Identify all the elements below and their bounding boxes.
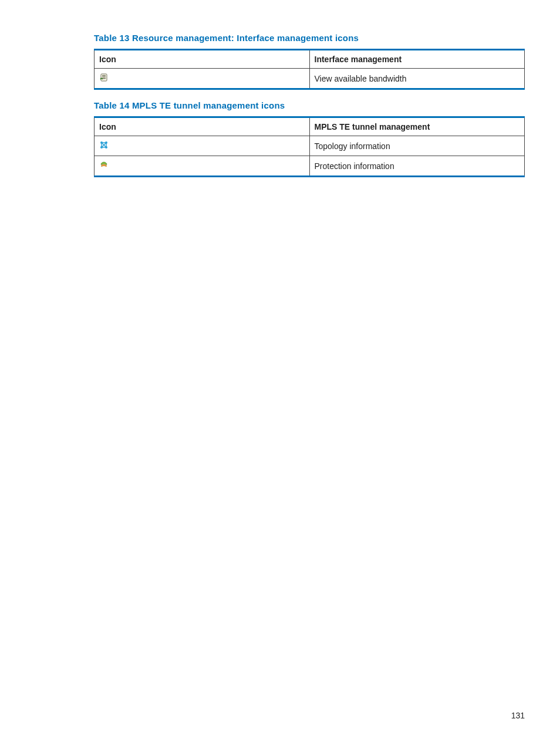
table14-row1-desc: Protection information: [309, 156, 525, 177]
table13: Icon Interface management: [94, 49, 525, 90]
protection-icon: [99, 160, 109, 171]
table14-row0-desc: Topology information: [309, 136, 525, 156]
bandwidth-icon-cell: [95, 69, 310, 89]
table-row: Topology information: [95, 136, 525, 156]
table-row: View available bandwidth: [95, 69, 525, 89]
topology-icon: [99, 140, 109, 151]
table14-header-desc: MPLS TE tunnel management: [309, 117, 525, 136]
svg-rect-0: [101, 74, 107, 81]
protection-icon-cell: [95, 156, 310, 177]
svg-rect-2: [102, 77, 106, 77]
svg-point-13: [105, 146, 107, 148]
svg-point-12: [100, 146, 103, 148]
svg-rect-1: [102, 75, 106, 76]
table13-caption: Table 13 Resource management: Interface …: [94, 33, 525, 43]
table-row: Protection information: [95, 156, 525, 177]
bandwidth-icon: [99, 73, 109, 84]
table13-header-desc: Interface management: [309, 50, 525, 69]
table14-header-icon: Icon: [95, 117, 310, 136]
svg-point-11: [105, 141, 107, 144]
table13-row0-desc: View available bandwidth: [309, 69, 525, 89]
page-number: 131: [511, 711, 525, 720]
table14: Icon MPLS TE tunnel management: [94, 116, 525, 177]
svg-point-10: [100, 141, 103, 144]
table14-caption: Table 14 MPLS TE tunnel management icons: [94, 100, 525, 110]
table13-header-icon: Icon: [95, 50, 310, 69]
topology-icon-cell: [95, 136, 310, 156]
